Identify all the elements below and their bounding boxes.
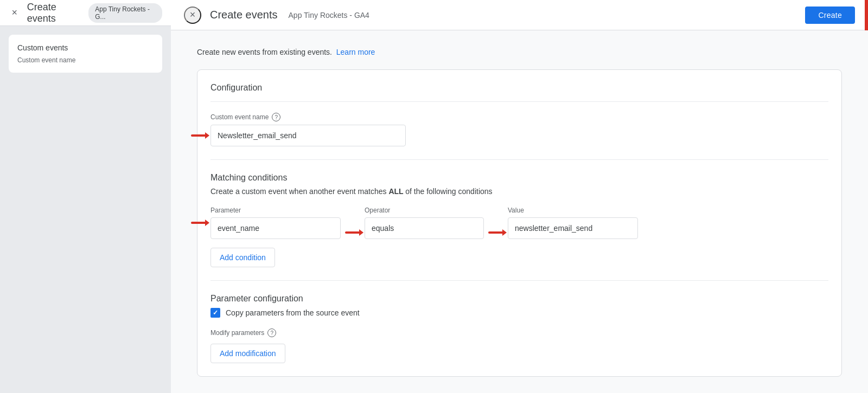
parameter-field-group: Parameter: [210, 207, 341, 239]
config-divider: [210, 159, 828, 160]
bg-section-title: Custom events: [17, 43, 154, 52]
copy-params-checkbox[interactable]: [210, 308, 220, 318]
bg-content: Custom events Custom event name: [0, 26, 171, 81]
parameter-config-title: Parameter configuration: [210, 294, 828, 304]
operator-label: Operator: [365, 207, 484, 214]
value-field-group: Value: [508, 207, 638, 239]
bg-close-icon[interactable]: ×: [9, 7, 21, 20]
value-label: Value: [508, 207, 638, 214]
matching-conditions-title: Matching conditions: [210, 173, 828, 183]
modify-help-icon[interactable]: ?: [267, 328, 276, 337]
add-modification-button[interactable]: Add modification: [210, 344, 285, 363]
modal-header: × Create events App Tiny Rockets - GA4 C…: [171, 0, 868, 30]
parameter-label: Parameter: [210, 207, 341, 214]
event-name-group: Custom event name ?: [210, 113, 828, 146]
matching-conditions-section: Matching conditions Create a custom even…: [210, 173, 828, 267]
modal-panel: × Create events App Tiny Rockets - GA4 C…: [171, 0, 868, 393]
conditions-row: Parameter Operator: [210, 207, 828, 239]
modal-body: Create new events from existing events. …: [171, 30, 868, 393]
create-button[interactable]: Create: [805, 7, 855, 24]
red-bar-decoration: [865, 0, 868, 30]
learn-more-link[interactable]: Learn more: [336, 48, 375, 56]
modal-subtitle: App Tiny Rockets - GA4: [289, 11, 369, 20]
bg-title: Create events: [27, 2, 82, 24]
info-text: Create new events from existing events. …: [197, 48, 842, 56]
operator-input[interactable]: [365, 217, 484, 239]
configuration-title: Configuration: [210, 83, 828, 102]
parameter-input[interactable]: [210, 217, 341, 239]
matching-conditions-desc: Create a custom event when another event…: [210, 187, 828, 196]
event-name-input[interactable]: [210, 125, 406, 146]
copy-params-label: Copy parameters from the source event: [226, 308, 360, 317]
event-name-label: Custom event name ?: [210, 113, 828, 121]
value-input[interactable]: [508, 217, 638, 239]
checkbox-row: Copy parameters from the source event: [210, 308, 828, 318]
modify-params-label: Modify parameters ?: [210, 328, 828, 337]
operator-field-group: Operator: [365, 207, 484, 239]
add-condition-button[interactable]: Add condition: [210, 248, 275, 267]
conditions-divider: [210, 280, 828, 281]
configuration-card: Configuration Custom event name ?: [197, 69, 842, 377]
bg-section: Custom events Custom event name: [9, 35, 162, 73]
bg-header: × Create events App Tiny Rockets - G...: [0, 0, 171, 26]
modal-title: Create events: [210, 9, 278, 21]
help-icon[interactable]: ?: [272, 113, 280, 121]
parameter-configuration-section: Parameter configuration Copy parameters …: [210, 294, 828, 363]
bg-section-subtitle: Custom event name: [17, 56, 154, 64]
modal-close-button[interactable]: ×: [184, 7, 201, 24]
bg-chip: App Tiny Rockets - G...: [88, 3, 162, 23]
background-panel: × Create events App Tiny Rockets - G... …: [0, 0, 171, 393]
